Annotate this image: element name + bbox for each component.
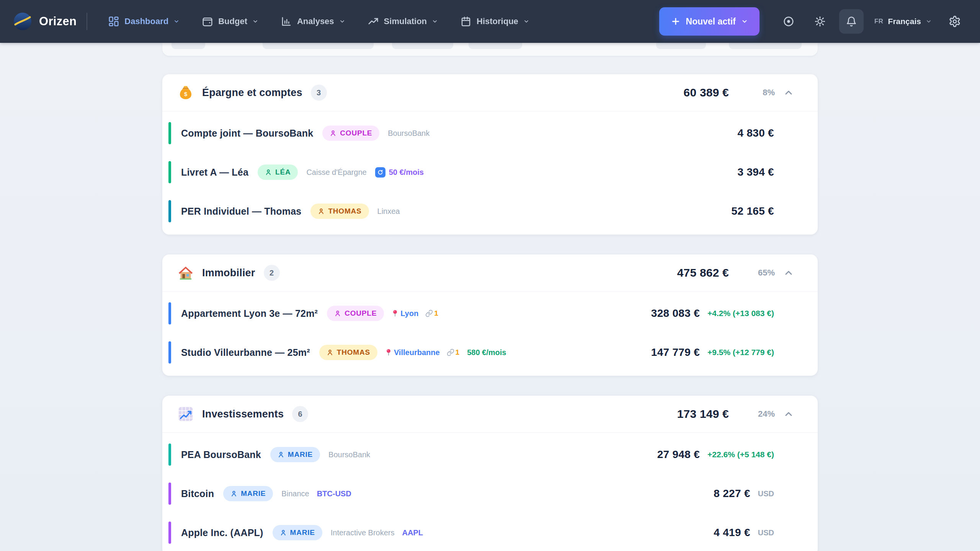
category-total: 173 149 € xyxy=(677,408,729,421)
person-icon xyxy=(327,349,333,356)
category-card-immobilier: Immobilier 2 475 862 € 65% Appartement L… xyxy=(162,254,818,376)
repeat-icon xyxy=(375,167,385,178)
asset-color-bar xyxy=(168,302,171,324)
person-icon xyxy=(334,310,341,317)
asset-color-bar xyxy=(168,443,171,466)
nav-item-budget[interactable]: Budget xyxy=(193,9,268,34)
nav-right-cluster: FR Français xyxy=(776,9,967,34)
nav-item-label: Budget xyxy=(218,16,247,26)
asset-color-bar xyxy=(168,200,171,222)
category-card-investissements: Investissements 6 173 149 € 24% PEA Bour… xyxy=(162,396,818,551)
asset-amount: 147 779 € xyxy=(651,346,700,359)
chart-increasing-icon xyxy=(177,405,194,423)
currency-label: USD xyxy=(758,528,774,537)
main-nav: Dashboard Budget Analyses Simulation His… xyxy=(99,9,539,34)
ticker-symbol: BTC-USD xyxy=(317,489,351,498)
card-header-right: 173 149 € 24% xyxy=(677,406,796,422)
card-title: Immobilier xyxy=(202,267,255,279)
recurring-label: 50 €/mois xyxy=(389,168,424,177)
owner-label: MARIE xyxy=(290,528,315,537)
calendar-icon xyxy=(460,16,472,27)
asset-row[interactable]: Bitcoin MARIE Binance BTC-USD 8 227 € US… xyxy=(168,474,774,513)
ticker-symbol: AAPL xyxy=(402,528,423,537)
brand[interactable]: Orizen xyxy=(13,12,77,31)
platform-name: BoursoBank xyxy=(328,450,370,459)
collapse-button[interactable] xyxy=(781,406,796,422)
notifications-button[interactable] xyxy=(839,9,864,34)
bell-icon xyxy=(846,16,857,27)
asset-name: PER Individuel — Thomas xyxy=(181,206,301,217)
card-header[interactable]: $ Épargne et comptes 3 60 389 € 8% xyxy=(162,74,818,111)
settings-button[interactable] xyxy=(942,9,967,34)
asset-name: Studio Villeurbanne — 25m² xyxy=(181,347,310,358)
asset-rows: PEA BoursoBank MARIE BoursoBank 27 948 €… xyxy=(162,433,818,551)
nav-item-analyses[interactable]: Analyses xyxy=(271,9,354,34)
currency-label: USD xyxy=(758,489,774,498)
chevron-down-icon xyxy=(432,18,438,24)
orizen-logo-icon xyxy=(13,12,32,31)
collapse-button[interactable] xyxy=(781,85,796,100)
owner-badge: COUPLE xyxy=(327,306,384,321)
owner-badge: COUPLE xyxy=(322,126,379,141)
asset-row[interactable]: Livret A — Léa LÉA Caisse d'Épargne 50 €… xyxy=(168,153,774,192)
nav-item-label: Analyses xyxy=(297,16,334,26)
card-header[interactable]: Immobilier 2 475 862 € 65% xyxy=(162,254,818,291)
asset-row[interactable]: Appartement Lyon 3e — 72m² COUPLE Lyon 1… xyxy=(168,294,774,333)
owner-badge: MARIE xyxy=(223,486,273,501)
platform-name: Caisse d'Épargne xyxy=(306,168,366,177)
row-values: 4 419 € USD xyxy=(714,527,774,539)
gear-icon xyxy=(949,15,961,28)
link-icon xyxy=(425,310,433,317)
owner-label: LÉA xyxy=(275,168,291,176)
category-total: 60 389 € xyxy=(684,86,729,99)
category-percent: 24% xyxy=(729,409,775,419)
nav-item-simulation[interactable]: Simulation xyxy=(358,9,447,34)
trending-up-icon xyxy=(368,16,379,27)
theme-toggle-button[interactable] xyxy=(808,9,832,34)
asset-row[interactable]: Studio Villeurbanne — 25m² THOMAS Villeu… xyxy=(168,333,774,372)
nav-item-label: Simulation xyxy=(384,16,427,26)
asset-amount: 8 227 € xyxy=(714,487,750,500)
collapse-button[interactable] xyxy=(781,265,796,280)
asset-row[interactable]: Compte joint — BoursoBank COUPLE BoursoB… xyxy=(168,114,774,153)
language-selector[interactable]: FR Français xyxy=(871,17,936,26)
owner-label: MARIE xyxy=(288,450,313,459)
nav-item-dashboard[interactable]: Dashboard xyxy=(99,9,189,34)
main-content: $ Épargne et comptes 3 60 389 € 8% Compt… xyxy=(0,43,980,551)
asset-row[interactable]: PER Individuel — Thomas THOMAS Linxea 52… xyxy=(168,192,774,231)
asset-amount: 4 830 € xyxy=(737,127,774,139)
asset-amount: 52 165 € xyxy=(732,205,774,217)
asset-name: Compte joint — BoursoBank xyxy=(181,128,313,139)
asset-row[interactable]: Apple Inc. (AAPL) MARIE Interactive Brok… xyxy=(168,513,774,551)
new-asset-button[interactable]: Nouvel actif xyxy=(659,7,760,36)
person-icon xyxy=(230,490,237,497)
person-icon xyxy=(330,130,336,137)
card-header-right: 475 862 € 65% xyxy=(677,265,796,280)
svg-text:$: $ xyxy=(184,91,188,97)
owner-label: MARIE xyxy=(241,489,266,498)
asset-count-badge: 2 xyxy=(264,265,280,281)
brand-name: Orizen xyxy=(39,15,77,28)
target-icon xyxy=(783,16,794,27)
asset-name: Bitcoin xyxy=(181,488,214,499)
new-asset-label: Nouvel actif xyxy=(686,16,736,27)
chevron-down-icon xyxy=(523,18,529,24)
chevron-down-icon xyxy=(173,18,180,24)
ghost-chip xyxy=(469,43,522,49)
ghost-chip xyxy=(729,43,802,49)
map-pin-icon xyxy=(392,310,399,317)
wallet-icon xyxy=(202,16,213,27)
link-icon xyxy=(447,349,454,356)
asset-gain: +4.2% (+13 083 €) xyxy=(707,309,774,318)
bar-chart-icon xyxy=(281,16,292,27)
asset-row[interactable]: PEA BoursoBank MARIE BoursoBank 27 948 €… xyxy=(168,435,774,474)
location-label: Lyon xyxy=(400,309,418,318)
ghost-chip xyxy=(263,43,374,49)
nav-item-label: Historique xyxy=(477,16,518,26)
category-total: 475 862 € xyxy=(677,266,729,279)
privacy-target-button[interactable] xyxy=(776,9,801,34)
asset-rows: Appartement Lyon 3e — 72m² COUPLE Lyon 1… xyxy=(162,292,818,376)
owner-badge: LÉA xyxy=(258,165,298,180)
card-header[interactable]: Investissements 6 173 149 € 24% xyxy=(162,396,818,432)
nav-item-historique[interactable]: Historique xyxy=(451,9,539,34)
